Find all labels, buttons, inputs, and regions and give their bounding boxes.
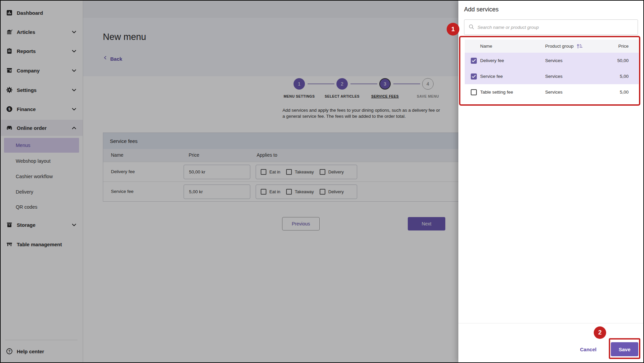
service-row-table-setting-fee[interactable]: Table setting fee Services 5,00 [465, 84, 639, 100]
services-table-header: Name Product group Price [465, 40, 639, 53]
service-group: Services [545, 58, 563, 63]
column-price: Price [618, 44, 629, 49]
service-price: 50,00 [617, 58, 629, 63]
service-row-delivery-fee[interactable]: Delivery fee Services 50,00 [465, 53, 639, 68]
sort-asc-icon[interactable] [576, 43, 583, 50]
service-name: Delivery fee [480, 58, 504, 63]
cancel-button[interactable]: Cancel [580, 347, 596, 352]
save-button[interactable]: Save [611, 342, 638, 356]
add-services-panel: Add services Name Product group Price De… [458, 0, 644, 363]
search-input[interactable] [477, 25, 634, 30]
service-group: Services [545, 74, 563, 79]
search-icon [468, 24, 474, 31]
service-price: 5,00 [620, 74, 629, 79]
row-checkbox-checked[interactable] [471, 58, 477, 64]
service-name: Table setting fee [480, 90, 513, 95]
row-checkbox-checked[interactable] [471, 73, 477, 80]
column-product-group[interactable]: Product group [545, 43, 583, 50]
column-name: Name [480, 44, 492, 49]
services-table: Name Product group Price Delivery fee Se… [465, 40, 639, 100]
service-group: Services [545, 90, 563, 95]
panel-title: Add services [464, 6, 499, 13]
service-name: Service fee [480, 74, 503, 79]
row-checkbox-unchecked[interactable] [471, 89, 477, 95]
footer-divider [458, 323, 644, 323]
column-product-group-label: Product group [545, 44, 574, 49]
search-box [464, 19, 638, 35]
service-row-service-fee[interactable]: Service fee Services 5,00 [465, 68, 639, 84]
service-price: 5,00 [620, 90, 629, 95]
